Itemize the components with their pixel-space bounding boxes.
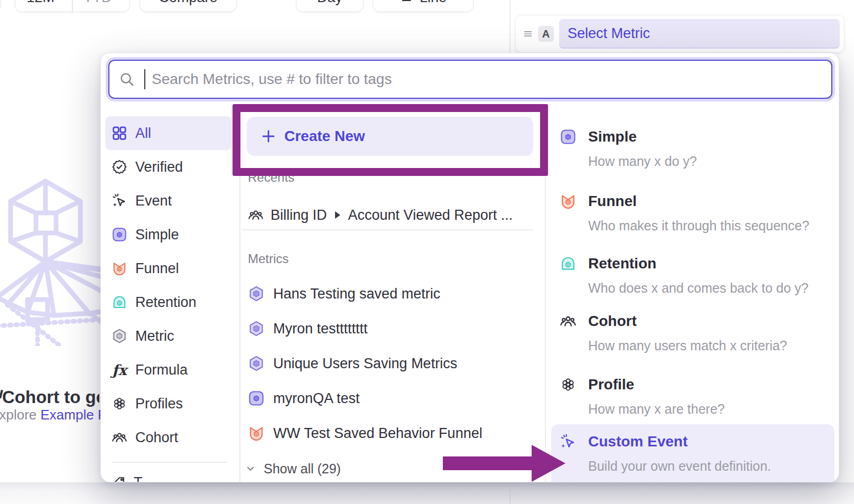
recent-item-group: Billing ID: [271, 207, 327, 223]
sidebar-item-label: Profiles: [135, 396, 183, 412]
sidebar-item-partial[interactable]: T: [112, 474, 143, 482]
app-screen: Cohort to ge explore Example R 12M YTD C…: [0, 0, 854, 504]
plus-icon: [261, 128, 276, 144]
create-new-button[interactable]: Create New: [247, 117, 533, 156]
metric-item-label: Myron testttttttt: [273, 321, 368, 337]
event-icon: [112, 193, 127, 209]
range-12m-button[interactable]: 12M: [15, 0, 66, 12]
sidebar-partial-label: T: [134, 474, 143, 482]
compare-button[interactable]: Compare: [140, 0, 237, 12]
series-badge: A: [538, 26, 554, 42]
metric-icon: [112, 328, 127, 344]
metric-type-simple[interactable]: SimpleHow many x do y?: [560, 125, 834, 169]
cohort-icon: [248, 207, 264, 223]
granularity-label: Day: [317, 0, 342, 6]
funnel-icon: [560, 193, 577, 210]
show-all-label: Show all (29): [264, 461, 341, 477]
metric-type-head: Retention: [560, 252, 834, 275]
metric-type-description: Who makes it through this sequence?: [588, 218, 834, 234]
column-divider: [545, 109, 546, 482]
retention-icon: [560, 255, 577, 272]
sidebar-item-label: Funnel: [135, 260, 179, 277]
metric-item-label: Hans Testing saved metric: [273, 286, 440, 302]
metric-type-funnel[interactable]: FunnelWho makes it through this sequence…: [560, 190, 834, 234]
retention-icon: [112, 294, 127, 310]
profiles-icon: [560, 376, 577, 393]
sidebar-item-label: Event: [135, 193, 172, 209]
sidebar-item-verified[interactable]: Verified: [105, 150, 232, 184]
recents-section-label: Recents: [248, 170, 294, 185]
example-link[interactable]: Example R: [41, 407, 101, 423]
sidebar-item-label: All: [135, 125, 151, 142]
sidebar-item-label: Metric: [135, 328, 174, 344]
metric-type-description: Build your own event definition.: [588, 458, 834, 474]
select-metric-modal: AllVerifiedEventSimpleFunnelRetentionMet…: [100, 53, 839, 482]
sidebar-item-all[interactable]: All: [105, 116, 232, 150]
date-range-segmented-control: 12M YTD: [15, 0, 130, 12]
funnel-icon: [248, 425, 265, 442]
show-all-button[interactable]: Show all (29): [245, 459, 341, 478]
background-headline: Cohort to ge: [2, 387, 99, 407]
drag-handle-icon[interactable]: [522, 28, 534, 40]
create-new-label: Create New: [284, 128, 365, 145]
cohort-icon: [112, 430, 127, 445]
sidebar-item-simple[interactable]: Simple: [105, 218, 232, 251]
metric-list-item-myron-testttttttt[interactable]: Myron testttttttt: [248, 311, 533, 346]
sidebar-item-event[interactable]: Event: [105, 184, 232, 218]
grid-icon: [112, 125, 127, 141]
metric-type-profile[interactable]: ProfileHow many x are there?: [560, 373, 834, 417]
sidebar-item-retention[interactable]: Retention: [105, 285, 232, 319]
metric-list-item-hans-testing-saved-metric[interactable]: Hans Testing saved metric: [248, 276, 533, 311]
sidebar-item-label: Cohort: [135, 430, 178, 446]
page-bottom-area: [0, 482, 854, 504]
metric-type-head: Custom Event: [560, 430, 834, 453]
metric-type-cohort[interactable]: CohortHow many users match x criteria?: [560, 310, 834, 353]
caret-right-icon: [335, 211, 340, 219]
select-metric-field[interactable]: Select Metric: [559, 19, 840, 49]
sidebar-item-funnel[interactable]: Funnel: [105, 251, 232, 285]
sidebar-divider: [113, 462, 227, 463]
simple-icon: [112, 227, 127, 242]
background-explore-line: explore Example R: [0, 407, 100, 423]
text-cursor: [144, 69, 145, 89]
metric-type-head: Funnel: [560, 190, 834, 213]
metric-query-row: A Select Metric: [515, 15, 844, 53]
metric-hexagon-icon: [248, 355, 265, 372]
range-12m-label: 12M: [26, 0, 54, 6]
metric-type-title: Simple: [588, 125, 637, 148]
metric-type-custom-event[interactable]: Custom EventBuild your own event definit…: [560, 430, 834, 474]
range-ytd-label: YTD: [83, 0, 112, 6]
formula-icon: ƒx: [112, 362, 127, 378]
explore-text: explore: [0, 407, 41, 423]
metric-type-title: Custom Event: [588, 430, 688, 453]
metric-type-title: Funnel: [588, 190, 637, 213]
metric-search-box: [108, 60, 832, 99]
metric-type-description: How many x are there?: [588, 401, 834, 417]
metric-list-item-unique-users-saving-metrics[interactable]: Unique Users Saving Metrics: [248, 346, 533, 381]
metrics-section-label: Metrics: [248, 251, 289, 266]
granularity-button[interactable]: Day: [296, 0, 364, 12]
metric-hexagon-icon: [248, 285, 265, 302]
metric-type-description: Who does x and comes back to do y?: [588, 280, 834, 296]
sidebar-item-cohort[interactable]: Cohort: [105, 421, 232, 454]
toolbar-button-fragment[interactable]: [0, 0, 1, 12]
range-ytd-button[interactable]: YTD: [79, 0, 129, 12]
chevron-down-icon: [116, 0, 125, 2]
metric-type-description: How many users match x criteria?: [588, 338, 834, 353]
recent-metric-item[interactable]: Billing ID Account Viewed Report ...: [248, 206, 513, 225]
column-divider: [239, 109, 240, 482]
funnel-icon: [112, 260, 127, 276]
sidebar-item-label: Verified: [135, 159, 183, 175]
sidebar-item-label: Retention: [135, 294, 197, 311]
sidebar-item-formula[interactable]: ƒxFormula: [105, 353, 232, 387]
chart-type-button[interactable]: Line: [373, 0, 474, 12]
metric-item-label: WW Test Saved Behavior Funnel: [273, 425, 482, 442]
sidebar-item-metric[interactable]: Metric: [105, 319, 232, 353]
metric-type-retention[interactable]: RetentionWho does x and comes back to do…: [560, 252, 834, 296]
line-chart-icon: [400, 0, 413, 4]
search-input[interactable]: [152, 71, 822, 88]
metric-list-item-myronqa-test[interactable]: myronQA test: [248, 381, 533, 416]
sidebar-item-profiles[interactable]: Profiles: [105, 387, 232, 421]
metric-list-item-ww-test-saved-behavior-funnel[interactable]: WW Test Saved Behavior Funnel: [248, 416, 533, 451]
chart-type-label: Line: [420, 0, 447, 6]
